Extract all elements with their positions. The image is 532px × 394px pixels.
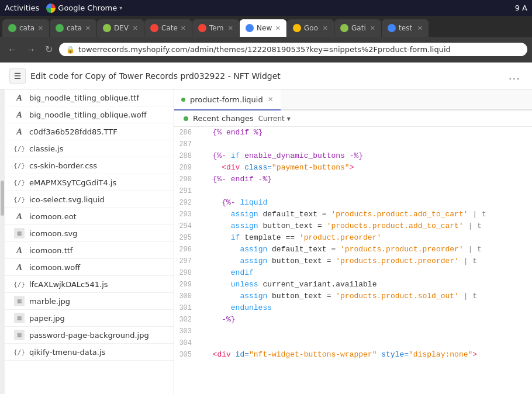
file-item[interactable]: ▦marble.jpg bbox=[5, 293, 174, 310]
file-sidebar: Abig_noodle_titling_oblique.ttfAbig_nood… bbox=[5, 89, 174, 394]
file-item[interactable]: ▦password-page-background.jpg bbox=[5, 327, 174, 344]
file-item[interactable]: ▦paper.jpg bbox=[5, 310, 174, 327]
line-number: 304 bbox=[174, 337, 199, 349]
line-content[interactable]: endunless bbox=[199, 302, 532, 314]
tab-close-gati[interactable]: ✕ bbox=[370, 25, 375, 32]
tab-close-cata2[interactable]: ✕ bbox=[85, 25, 91, 32]
file-item[interactable]: Aicomoon.ttf bbox=[5, 242, 174, 259]
tab-label-cata1: cata bbox=[19, 24, 34, 32]
tab-close-tem[interactable]: ✕ bbox=[228, 25, 233, 32]
address-bar[interactable]: 🔒 towerrecords.myshopify.com/admin/theme… bbox=[59, 43, 527, 56]
tab-close-new[interactable]: ✕ bbox=[275, 25, 281, 32]
line-content[interactable]: <div id="nft-widget-buttons-wrapper" sty… bbox=[199, 349, 532, 361]
tab-favicon-tem bbox=[198, 24, 206, 32]
file-item[interactable]: ▦icomoon.svg bbox=[5, 225, 174, 242]
current-badge[interactable]: Current ▾ bbox=[258, 115, 291, 123]
editor-tab-product-form[interactable]: product-form.liquid ✕ bbox=[174, 89, 281, 110]
line-content[interactable]: assign default_text = 'products.product.… bbox=[199, 209, 532, 220]
tab-close-test[interactable]: ✕ bbox=[417, 25, 423, 32]
browser-tab-gati[interactable]: Gati✕ bbox=[334, 19, 381, 37]
top-bar: Activities Google Chrome ▾ 9 A bbox=[0, 0, 532, 16]
browser-tab-new[interactable]: New✕ bbox=[240, 19, 286, 37]
browser-tab-cate[interactable]: Cate✕ bbox=[144, 19, 192, 37]
table-row: 291 bbox=[174, 185, 532, 197]
tab-label-test: test bbox=[399, 24, 412, 32]
file-item[interactable]: {/}eMAPMXSyTCgGdiT4.js bbox=[5, 174, 174, 191]
tab-close-goo[interactable]: ✕ bbox=[323, 25, 328, 32]
file-name: eMAPMXSyTCgGdiT4.js bbox=[29, 178, 116, 187]
line-content[interactable]: if template == 'product.preorder' bbox=[199, 232, 532, 244]
line-number: 290 bbox=[174, 174, 199, 185]
file-item[interactable]: {/}ico-select.svg.liquid bbox=[5, 191, 174, 208]
line-content[interactable]: {% endif %} bbox=[199, 127, 532, 139]
line-number: 302 bbox=[174, 314, 199, 326]
table-row: 302 -%} bbox=[174, 314, 532, 326]
file-name: password-page-background.jpg bbox=[29, 331, 149, 340]
browser-tab-tem[interactable]: Tem✕ bbox=[192, 19, 239, 37]
file-name: classie.js bbox=[29, 144, 63, 153]
chrome-icon bbox=[46, 4, 56, 13]
line-content[interactable]: -%} bbox=[199, 314, 532, 326]
file-icon: A bbox=[14, 109, 25, 120]
activities-label[interactable]: Activities bbox=[5, 4, 39, 12]
recent-changes-bar: Recent changes Current ▾ bbox=[174, 110, 532, 127]
browser-tab-cata1[interactable]: cata✕ bbox=[2, 19, 49, 37]
chrome-app[interactable]: Google Chrome ▾ bbox=[46, 4, 122, 13]
sidebar-toggle-button[interactable]: ☰ bbox=[9, 68, 26, 84]
file-item[interactable]: {/}cs-skin-border.css bbox=[5, 157, 174, 174]
browser-tab-goo[interactable]: Goo✕ bbox=[287, 19, 334, 37]
line-content[interactable]: {%- liquid bbox=[199, 197, 532, 209]
forward-button[interactable]: → bbox=[23, 43, 39, 56]
table-row: 295 if template == 'product.preorder' bbox=[174, 232, 532, 244]
file-icon: {/} bbox=[14, 279, 25, 289]
shopify-header: ☰ Edit code for Copy of Tower Records pr… bbox=[0, 63, 532, 89]
file-name: big_noodle_titling_oblique.ttf bbox=[29, 94, 139, 102]
file-item[interactable]: Aicomoon.eot bbox=[5, 208, 174, 225]
file-item[interactable]: {/}classie.js bbox=[5, 140, 174, 157]
tab-close-dev[interactable]: ✕ bbox=[133, 25, 138, 32]
back-button[interactable]: ← bbox=[5, 43, 20, 56]
file-item[interactable]: {/}lfcAXLwjkDALc541.js bbox=[5, 276, 174, 293]
browser-tab-cata2[interactable]: cata✕ bbox=[50, 19, 96, 37]
browser-chrome: cata✕cata✕DEV✕Cate✕Tem✕New✕Goo✕Gati✕test… bbox=[0, 16, 532, 63]
line-number: 293 bbox=[174, 209, 199, 220]
line-number: 286 bbox=[174, 127, 199, 139]
line-content[interactable]: assign button_text = 'products.product.p… bbox=[199, 255, 532, 267]
code-editor[interactable]: 286 {% endif %}287288 {%- if enable_dyna… bbox=[174, 127, 532, 394]
tab-close-cate[interactable]: ✕ bbox=[181, 25, 186, 32]
file-item[interactable]: Abig_noodle_titling_oblique.ttf bbox=[5, 89, 174, 106]
line-content[interactable]: unless current_variant.available bbox=[199, 279, 532, 291]
tab-favicon-new bbox=[246, 24, 254, 32]
file-item[interactable]: Ac0df3a6b528fdd85.TTF bbox=[5, 123, 174, 140]
sidebar-scrollbar[interactable] bbox=[0, 89, 5, 394]
sidebar-scroll-thumb bbox=[1, 181, 4, 216]
tab-label-new: New bbox=[257, 24, 272, 32]
file-icon: ▦ bbox=[14, 330, 25, 340]
file-name: big_noodle_titling_oblique.woff bbox=[29, 110, 147, 119]
line-content[interactable]: assign default_text = 'products.product.… bbox=[199, 244, 532, 255]
line-number: 298 bbox=[174, 267, 199, 279]
editor-tab-close[interactable]: ✕ bbox=[268, 95, 274, 103]
browser-tab-dev[interactable]: DEV✕ bbox=[97, 19, 144, 37]
header-menu-button[interactable]: ... bbox=[506, 70, 523, 82]
file-item[interactable]: Abig_noodle_titling_oblique.woff bbox=[5, 106, 174, 123]
table-row: 305 <div id="nft-widget-buttons-wrapper"… bbox=[174, 349, 532, 361]
tab-modified-dot bbox=[181, 98, 185, 102]
refresh-button[interactable]: ↻ bbox=[42, 43, 56, 56]
file-name: icomoon.svg bbox=[29, 229, 77, 238]
line-content[interactable]: <div class="payment-buttons"> bbox=[199, 162, 532, 174]
table-row: 289 <div class="payment-buttons"> bbox=[174, 162, 532, 174]
file-name: icomoon.eot bbox=[29, 212, 77, 221]
tab-favicon-cata2 bbox=[56, 24, 64, 32]
tab-close-cata1[interactable]: ✕ bbox=[38, 25, 43, 32]
tab-bar: cata✕cata✕DEV✕Cate✕Tem✕New✕Goo✕Gati✕test… bbox=[0, 16, 532, 37]
file-item[interactable]: Aicomoon.woff bbox=[5, 259, 174, 276]
line-content[interactable]: endif bbox=[199, 267, 532, 279]
line-content[interactable]: assign button_text = 'products.product.s… bbox=[199, 291, 532, 302]
line-content[interactable]: {%- endif -%} bbox=[199, 174, 532, 185]
browser-tab-test[interactable]: test✕ bbox=[382, 19, 429, 37]
line-number: 289 bbox=[174, 162, 199, 174]
line-content[interactable]: assign button_text = 'products.product.a… bbox=[199, 220, 532, 232]
line-content[interactable]: {%- if enable_dynamic_buttons -%} bbox=[199, 150, 532, 162]
file-item[interactable]: {/}qikify-tmenu-data.js bbox=[5, 344, 174, 361]
